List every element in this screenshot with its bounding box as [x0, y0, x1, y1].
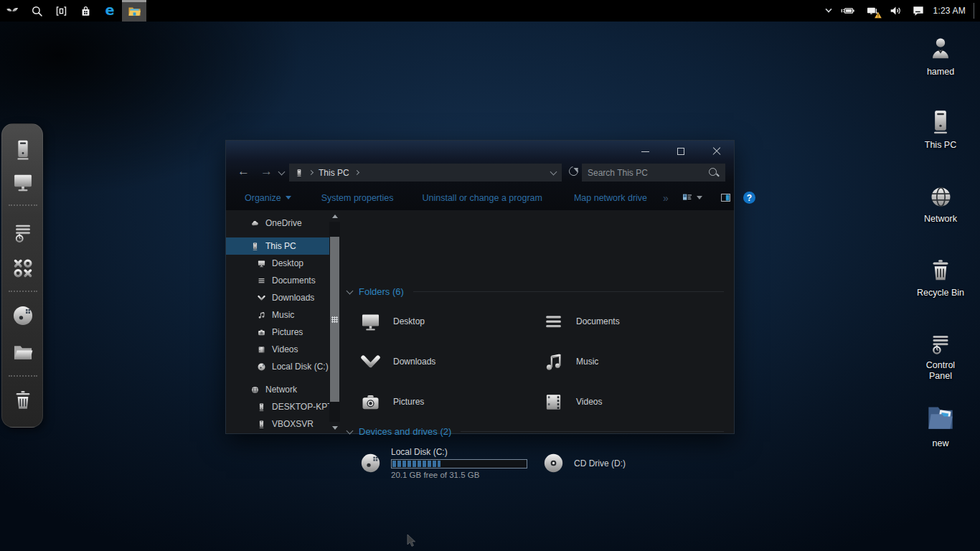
task-view-icon — [55, 4, 68, 18]
uninstall-program-button[interactable]: Uninstall or change a program — [422, 193, 542, 203]
navpane-scrollbar[interactable] — [329, 210, 340, 433]
dock-computer-icon[interactable] — [11, 138, 35, 162]
desktop-icon-recycle-bin[interactable]: Recycle Bin — [910, 257, 971, 298]
navpane-item-local-disk-c[interactable]: Local Disk (C:) — [226, 358, 329, 375]
search-box[interactable] — [582, 164, 725, 182]
map-network-drive-button[interactable]: Map network drive — [574, 193, 647, 203]
desktop-icon-new[interactable]: new — [910, 399, 971, 449]
computer-icon — [926, 108, 955, 136]
taskbar-clock[interactable]: 1:23 AM — [933, 6, 966, 16]
navpane-item-network[interactable]: Network — [226, 381, 329, 398]
scroll-down-button[interactable] — [329, 422, 340, 433]
section-header-rule — [461, 431, 724, 432]
dock-games-icon[interactable] — [11, 256, 35, 281]
address-bar[interactable]: This PC — [289, 164, 562, 182]
document-lines-icon — [257, 276, 266, 286]
drive-item-cd-d[interactable]: CD Drive (D:) — [542, 447, 725, 479]
computer-icon — [257, 402, 266, 412]
volume-icon[interactable] — [888, 4, 903, 18]
dock-recycle-bin-icon[interactable] — [11, 388, 35, 413]
scroll-up-button[interactable] — [329, 210, 340, 222]
control-panel-icon — [928, 331, 953, 357]
breadcrumb-this-pc[interactable]: This PC — [319, 168, 349, 178]
folder-item-desktop[interactable]: Desktop — [359, 301, 542, 342]
maximize-button[interactable] — [671, 145, 691, 158]
scroll-up-icon — [332, 215, 338, 218]
navpane-item-vboxsvr[interactable]: VBOXSVR — [226, 415, 329, 433]
desktop-icon-control-panel[interactable]: Control Panel — [910, 331, 971, 382]
collapse-chevron-icon[interactable] — [347, 287, 354, 294]
devices-section-header[interactable]: Devices and drives (2) — [347, 426, 724, 437]
close-button[interactable] — [707, 145, 727, 158]
search-icon — [708, 167, 720, 179]
folder-item-downloads[interactable]: Downloads — [359, 342, 542, 382]
navpane-item-desktop[interactable]: Desktop — [226, 255, 329, 272]
store-button[interactable] — [73, 0, 98, 22]
desktop-icon-this-pc[interactable]: This PC — [910, 108, 971, 151]
start-icon — [4, 3, 20, 19]
network-status-icon[interactable] — [864, 4, 880, 18]
dock-folder-icon[interactable] — [11, 339, 35, 364]
dock-control-panel-icon[interactable] — [11, 220, 35, 245]
navpane-item-documents[interactable]: Documents — [226, 272, 329, 289]
forward-button[interactable]: → — [260, 164, 273, 179]
dock-disc-icon[interactable] — [11, 303, 35, 328]
system-properties-button[interactable]: System properties — [321, 193, 394, 203]
search-icon — [30, 4, 44, 18]
disk-icon — [257, 362, 266, 372]
globe-icon — [928, 184, 954, 210]
navigation-pane: OneDrive This PC Desktop Documents Downl… — [226, 210, 329, 433]
file-explorer-button[interactable] — [122, 0, 146, 22]
store-icon — [79, 4, 93, 18]
folders-grid: Desktop Documents Downloads Music Pictur… — [359, 301, 732, 422]
folder-item-documents[interactable]: Documents — [542, 301, 725, 342]
collapse-chevron-icon[interactable] — [347, 427, 354, 434]
folders-section-header[interactable]: Folders (6) — [347, 286, 724, 297]
taskbar-search-button[interactable] — [24, 0, 49, 22]
window-caption-buttons — [635, 145, 727, 158]
dock-panel — [1, 123, 43, 428]
folder-item-videos[interactable]: Videos — [542, 382, 725, 422]
scrollbar-thumb[interactable] — [330, 237, 339, 402]
computer-icon — [257, 420, 266, 429]
navpane-item-desktop-kpt6f[interactable]: DESKTOP-KPT6F — [226, 398, 329, 415]
folder-item-pictures[interactable]: Pictures — [359, 382, 542, 422]
back-button[interactable]: ← — [237, 164, 250, 179]
hidden-icons-chevron-icon[interactable] — [825, 6, 831, 12]
change-view-button[interactable] — [682, 192, 702, 204]
navpane-item-pictures[interactable]: Pictures — [226, 324, 329, 341]
user-icon — [926, 34, 955, 63]
help-button[interactable]: ? — [743, 192, 755, 204]
navpane-item-this-pc[interactable]: This PC — [226, 237, 329, 255]
drive-item-local-disk-c[interactable]: Local Disk (C:) 20.1 GB free of 31.5 GB — [359, 447, 542, 479]
edge-button[interactable]: e — [98, 0, 122, 22]
dock-display-icon[interactable] — [11, 170, 35, 194]
desktop-icon-hamed[interactable]: hamed — [910, 34, 971, 77]
disk-icon — [359, 451, 382, 475]
battery-icon[interactable] — [839, 3, 857, 19]
warning-icon — [874, 11, 882, 19]
navpane-item-videos[interactable]: Videos — [226, 341, 329, 358]
navpane-item-onedrive[interactable]: OneDrive — [226, 215, 329, 232]
search-input[interactable] — [582, 168, 708, 178]
address-dropdown-chevron-icon[interactable] — [550, 168, 557, 175]
document-lines-icon — [542, 310, 565, 334]
recent-locations-chevron-icon[interactable] — [278, 169, 286, 176]
content-pane: Folders (6) Desktop Documents Downloads … — [340, 210, 734, 433]
organize-menu[interactable]: Organize — [245, 193, 291, 203]
action-center-icon[interactable] — [911, 4, 925, 18]
film-icon — [542, 390, 565, 414]
cd-icon — [542, 451, 565, 475]
minimize-button[interactable] — [635, 145, 655, 158]
refresh-button[interactable] — [569, 166, 580, 177]
start-button[interactable] — [0, 0, 24, 22]
toolbar-overflow-button[interactable]: » — [663, 192, 669, 204]
preview-pane-button[interactable] — [720, 192, 732, 203]
folder-item-music[interactable]: Music — [542, 342, 725, 382]
navpane-item-music[interactable]: Music — [226, 306, 329, 324]
show-desktop-divider[interactable] — [974, 3, 974, 19]
task-view-button[interactable] — [49, 0, 73, 22]
navpane-item-downloads[interactable]: Downloads — [226, 289, 329, 306]
edge-icon: e — [102, 3, 118, 19]
desktop-icon-network[interactable]: Network — [910, 184, 971, 225]
